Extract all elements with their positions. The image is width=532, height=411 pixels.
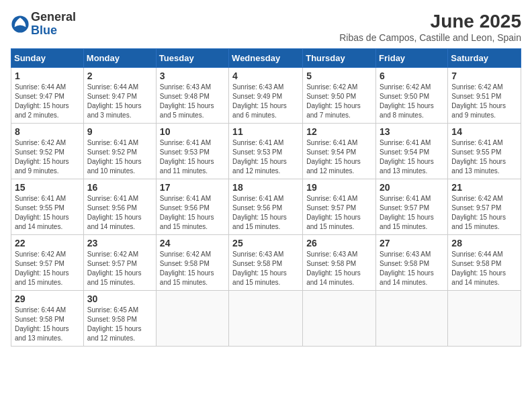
day-info: Sunrise: 6:42 AMSunset: 9:57 PMDaylight:… <box>451 194 517 232</box>
day-number: 7 <box>451 71 517 81</box>
calendar-day-6: 6Sunrise: 6:42 AMSunset: 9:50 PMDaylight… <box>376 68 448 124</box>
calendar-day-1: 1Sunrise: 6:44 AMSunset: 9:47 PMDaylight… <box>11 68 84 124</box>
day-number: 20 <box>380 182 444 193</box>
day-number: 21 <box>451 182 517 193</box>
calendar-day-19: 19Sunrise: 6:41 AMSunset: 9:57 PMDayligh… <box>303 179 376 235</box>
header-saturday: Saturday <box>448 49 521 68</box>
calendar-week-1: 8Sunrise: 6:42 AMSunset: 9:52 PMDaylight… <box>11 124 521 179</box>
calendar-day-13: 13Sunrise: 6:41 AMSunset: 9:54 PMDayligh… <box>376 124 448 179</box>
logo-text: General Blue <box>31 11 76 38</box>
day-number: 11 <box>232 126 299 137</box>
logo-icon <box>11 15 30 34</box>
calendar-day-3: 3Sunrise: 6:43 AMSunset: 9:48 PMDaylight… <box>156 68 228 124</box>
calendar-day-27: 27Sunrise: 6:43 AMSunset: 9:58 PMDayligh… <box>376 235 448 291</box>
day-number: 26 <box>306 238 372 248</box>
page-header: General Blue June 2025 Ribas de Campos, … <box>11 11 521 43</box>
day-number: 5 <box>306 71 372 81</box>
header-friday: Friday <box>376 49 448 68</box>
day-info: Sunrise: 6:41 AMSunset: 9:53 PMDaylight:… <box>160 138 225 176</box>
day-info: Sunrise: 6:41 AMSunset: 9:57 PMDaylight:… <box>380 194 444 232</box>
calendar-week-0: 1Sunrise: 6:44 AMSunset: 9:47 PMDaylight… <box>11 68 521 124</box>
calendar-day-24: 24Sunrise: 6:42 AMSunset: 9:58 PMDayligh… <box>156 235 228 291</box>
day-number: 17 <box>160 182 225 193</box>
day-number: 9 <box>87 126 152 137</box>
day-info: Sunrise: 6:44 AMSunset: 9:58 PMDaylight:… <box>15 306 80 343</box>
day-number: 18 <box>232 182 299 193</box>
day-number: 3 <box>160 71 225 81</box>
day-info: Sunrise: 6:43 AMSunset: 9:58 PMDaylight:… <box>306 250 372 287</box>
day-info: Sunrise: 6:44 AMSunset: 9:47 PMDaylight:… <box>15 83 80 120</box>
day-number: 23 <box>87 238 152 248</box>
calendar-day-15: 15Sunrise: 6:41 AMSunset: 9:55 PMDayligh… <box>11 179 84 235</box>
day-info: Sunrise: 6:42 AMSunset: 9:51 PMDaylight:… <box>451 83 517 120</box>
day-info: Sunrise: 6:42 AMSunset: 9:50 PMDaylight:… <box>306 83 372 120</box>
day-info: Sunrise: 6:45 AMSunset: 9:58 PMDaylight:… <box>87 306 152 343</box>
calendar-day-25: 25Sunrise: 6:43 AMSunset: 9:58 PMDayligh… <box>229 235 303 291</box>
calendar-day-empty <box>448 291 521 347</box>
day-info: Sunrise: 6:41 AMSunset: 9:54 PMDaylight:… <box>380 138 444 176</box>
calendar-day-empty <box>156 291 228 347</box>
day-info: Sunrise: 6:42 AMSunset: 9:57 PMDaylight:… <box>87 250 152 287</box>
header-thursday: Thursday <box>303 49 376 68</box>
calendar-day-11: 11Sunrise: 6:41 AMSunset: 9:53 PMDayligh… <box>229 124 303 179</box>
logo-blue-text: Blue <box>31 24 76 38</box>
calendar-day-14: 14Sunrise: 6:41 AMSunset: 9:55 PMDayligh… <box>448 124 521 179</box>
day-info: Sunrise: 6:42 AMSunset: 9:57 PMDaylight:… <box>15 250 80 287</box>
day-number: 12 <box>306 126 372 137</box>
day-info: Sunrise: 6:41 AMSunset: 9:55 PMDaylight:… <box>15 194 80 232</box>
calendar-day-4: 4Sunrise: 6:43 AMSunset: 9:49 PMDaylight… <box>229 68 303 124</box>
day-info: Sunrise: 6:41 AMSunset: 9:53 PMDaylight:… <box>232 138 299 176</box>
calendar-day-9: 9Sunrise: 6:41 AMSunset: 9:52 PMDaylight… <box>83 124 156 179</box>
calendar-day-10: 10Sunrise: 6:41 AMSunset: 9:53 PMDayligh… <box>156 124 228 179</box>
day-number: 8 <box>15 126 80 137</box>
header-wednesday: Wednesday <box>229 49 303 68</box>
day-info: Sunrise: 6:44 AMSunset: 9:47 PMDaylight:… <box>87 83 152 120</box>
day-info: Sunrise: 6:43 AMSunset: 9:58 PMDaylight:… <box>232 250 299 287</box>
day-info: Sunrise: 6:41 AMSunset: 9:55 PMDaylight:… <box>451 138 517 176</box>
day-number: 2 <box>87 71 152 81</box>
calendar-day-21: 21Sunrise: 6:42 AMSunset: 9:57 PMDayligh… <box>448 179 521 235</box>
day-number: 25 <box>232 238 299 248</box>
day-number: 22 <box>15 238 80 248</box>
day-info: Sunrise: 6:43 AMSunset: 9:58 PMDaylight:… <box>380 250 444 287</box>
day-info: Sunrise: 6:42 AMSunset: 9:58 PMDaylight:… <box>160 250 225 287</box>
header-sunday: Sunday <box>11 49 84 68</box>
day-info: Sunrise: 6:41 AMSunset: 9:52 PMDaylight:… <box>87 138 152 176</box>
day-number: 29 <box>15 293 80 304</box>
header-monday: Monday <box>83 49 156 68</box>
day-info: Sunrise: 6:41 AMSunset: 9:57 PMDaylight:… <box>306 194 372 232</box>
calendar-day-28: 28Sunrise: 6:44 AMSunset: 9:58 PMDayligh… <box>448 235 521 291</box>
calendar-day-2: 2Sunrise: 6:44 AMSunset: 9:47 PMDaylight… <box>83 68 156 124</box>
logo-general-text: General <box>31 11 76 24</box>
day-info: Sunrise: 6:41 AMSunset: 9:56 PMDaylight:… <box>160 194 225 232</box>
day-info: Sunrise: 6:42 AMSunset: 9:52 PMDaylight:… <box>15 138 80 176</box>
calendar-day-7: 7Sunrise: 6:42 AMSunset: 9:51 PMDaylight… <box>448 68 521 124</box>
day-number: 30 <box>87 293 152 304</box>
calendar-day-empty <box>303 291 376 347</box>
calendar-table: Sunday Monday Tuesday Wednesday Thursday… <box>11 48 521 347</box>
calendar-day-12: 12Sunrise: 6:41 AMSunset: 9:54 PMDayligh… <box>303 124 376 179</box>
day-number: 4 <box>232 71 299 81</box>
day-number: 24 <box>160 238 225 248</box>
calendar-day-18: 18Sunrise: 6:41 AMSunset: 9:56 PMDayligh… <box>229 179 303 235</box>
day-number: 6 <box>380 71 444 81</box>
calendar-day-5: 5Sunrise: 6:42 AMSunset: 9:50 PMDaylight… <box>303 68 376 124</box>
calendar-day-22: 22Sunrise: 6:42 AMSunset: 9:57 PMDayligh… <box>11 235 84 291</box>
day-number: 14 <box>451 126 517 137</box>
day-number: 28 <box>451 238 517 248</box>
calendar-day-26: 26Sunrise: 6:43 AMSunset: 9:58 PMDayligh… <box>303 235 376 291</box>
day-info: Sunrise: 6:44 AMSunset: 9:58 PMDaylight:… <box>451 250 517 287</box>
day-info: Sunrise: 6:43 AMSunset: 9:48 PMDaylight:… <box>160 83 225 120</box>
day-number: 15 <box>15 182 80 193</box>
calendar-week-4: 29Sunrise: 6:44 AMSunset: 9:58 PMDayligh… <box>11 291 521 347</box>
day-number: 19 <box>306 182 372 193</box>
calendar-header-row: Sunday Monday Tuesday Wednesday Thursday… <box>11 49 521 68</box>
logo: General Blue <box>11 11 76 38</box>
calendar-day-30: 30Sunrise: 6:45 AMSunset: 9:58 PMDayligh… <box>83 291 156 347</box>
calendar-day-29: 29Sunrise: 6:44 AMSunset: 9:58 PMDayligh… <box>11 291 84 347</box>
calendar-week-2: 15Sunrise: 6:41 AMSunset: 9:55 PMDayligh… <box>11 179 521 235</box>
day-info: Sunrise: 6:41 AMSunset: 9:54 PMDaylight:… <box>306 138 372 176</box>
day-info: Sunrise: 6:43 AMSunset: 9:49 PMDaylight:… <box>232 83 299 120</box>
day-info: Sunrise: 6:42 AMSunset: 9:50 PMDaylight:… <box>380 83 444 120</box>
day-number: 1 <box>15 71 80 81</box>
